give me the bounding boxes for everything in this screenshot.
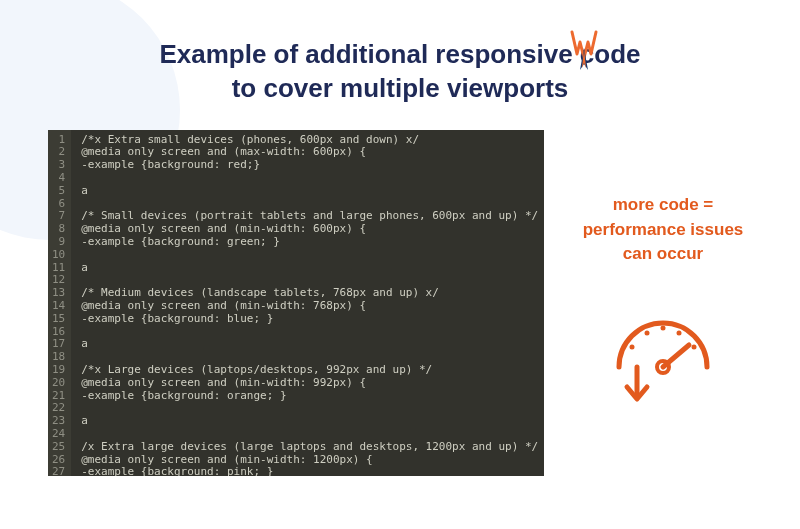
code-body: /*x Extra small devices (phones, 600px a… — [71, 130, 544, 476]
code-line-numbers: 1 2 3 4 5 6 7 8 9 10 11 12 13 14 15 16 1… — [48, 130, 71, 476]
svg-line-6 — [663, 345, 689, 367]
svg-point-3 — [677, 331, 682, 336]
gauge-slow-icon — [603, 303, 723, 412]
title-line-2: to cover multiple viewports — [232, 73, 569, 103]
svg-point-2 — [661, 326, 666, 331]
svg-point-4 — [692, 345, 697, 350]
brand-w-rocket-icon — [570, 30, 598, 76]
heading-block: Example of additional responsive code to… — [0, 0, 800, 106]
side-line-2: performance issues — [583, 220, 744, 239]
code-panel: 1 2 3 4 5 6 7 8 9 10 11 12 13 14 15 16 1… — [48, 130, 544, 476]
side-note: more code = performance issues can occur — [544, 130, 752, 476]
side-line-1: more code = — [613, 195, 714, 214]
side-line-3: can occur — [623, 244, 703, 263]
side-text: more code = performance issues can occur — [583, 193, 744, 267]
page-title: Example of additional responsive code to… — [159, 38, 640, 106]
svg-point-0 — [630, 345, 635, 350]
svg-point-1 — [645, 331, 650, 336]
title-line-1: Example of additional responsive code — [159, 39, 640, 69]
